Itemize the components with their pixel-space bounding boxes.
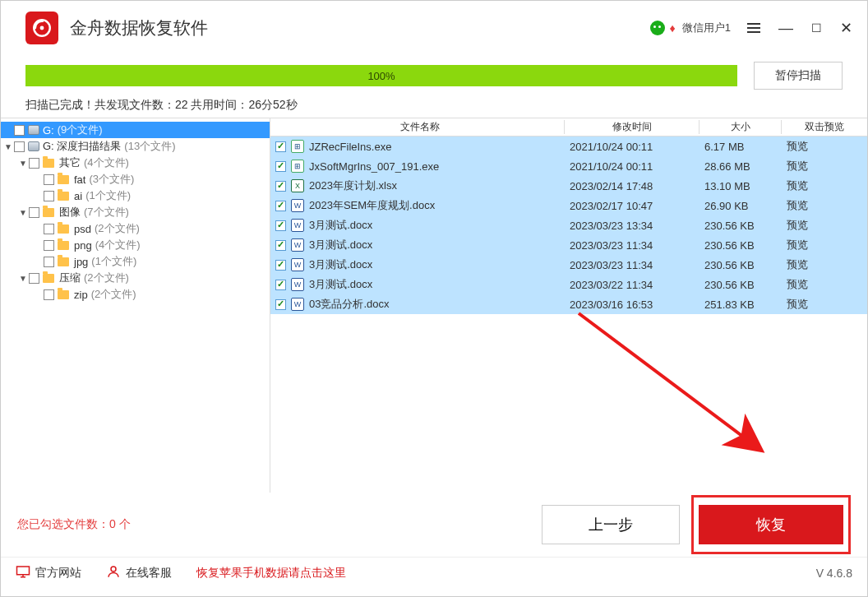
preview-link[interactable]: 预览 xyxy=(782,277,867,292)
table-row[interactable]: W03竞品分析.docx2023/03/16 16:53251.83 KB预览 xyxy=(270,294,867,314)
folder-icon xyxy=(58,175,69,184)
preview-link[interactable]: 预览 xyxy=(782,218,867,233)
column-header-name[interactable]: 文件名称 xyxy=(270,120,565,134)
file-name: 3月测试.docx xyxy=(309,238,372,252)
tree-checkbox[interactable] xyxy=(29,273,39,284)
row-checkbox[interactable] xyxy=(275,181,286,192)
expander-icon[interactable]: ▼ xyxy=(19,208,29,217)
target-icon xyxy=(31,17,53,39)
tree-item[interactable]: ▼压缩(2个文件) xyxy=(1,270,270,286)
maximize-button[interactable]: ☐ xyxy=(811,22,822,34)
app-logo xyxy=(25,12,58,44)
svg-line-3 xyxy=(579,313,760,449)
row-checkbox[interactable] xyxy=(275,240,286,251)
row-checkbox[interactable] xyxy=(275,141,286,152)
file-size: 6.17 MB xyxy=(699,141,782,153)
tree-item[interactable]: G:(9个文件) xyxy=(1,122,270,138)
tree-checkbox[interactable] xyxy=(44,174,54,185)
official-site-link[interactable]: 官方网站 xyxy=(16,564,81,581)
column-header-size[interactable]: 大小 xyxy=(699,120,782,134)
row-checkbox[interactable] xyxy=(275,201,286,211)
expander-icon[interactable]: ▼ xyxy=(19,274,29,283)
column-header-preview[interactable]: 双击预览 xyxy=(782,120,867,134)
pause-scan-button[interactable]: 暂停扫描 xyxy=(754,62,843,90)
tree-checkbox[interactable] xyxy=(14,141,25,152)
close-button[interactable]: ✕ xyxy=(840,21,852,35)
svg-point-7 xyxy=(111,567,116,572)
tree-count: (3个文件) xyxy=(89,172,134,187)
tree-checkbox[interactable] xyxy=(29,207,39,218)
svg-rect-4 xyxy=(17,567,30,575)
tree-checkbox[interactable] xyxy=(14,125,25,136)
preview-link[interactable]: 预览 xyxy=(782,198,867,213)
table-row[interactable]: W3月测试.docx2023/03/23 13:34230.56 KB预览 xyxy=(270,215,867,235)
tree-item[interactable]: ai(1个文件) xyxy=(1,187,270,204)
promo-link[interactable]: 恢复苹果手机数据请点击这里 xyxy=(196,566,816,581)
scan-status: 扫描已完成！共发现文件数：22 共用时间：26分52秒 xyxy=(25,98,843,113)
table-row[interactable]: ⊞JZRecFileIns.exe2021/10/24 00:116.17 MB… xyxy=(270,137,867,156)
row-checkbox[interactable] xyxy=(275,161,286,172)
column-header-date[interactable]: 修改时间 xyxy=(565,120,699,134)
support-link[interactable]: 在线客服 xyxy=(106,564,172,581)
user-name: 微信用户1 xyxy=(682,21,731,35)
progress-bar: 100% xyxy=(25,65,737,86)
tree-item[interactable]: psd(2个文件) xyxy=(1,220,270,237)
preview-link[interactable]: 预览 xyxy=(782,139,867,154)
file-name: 03竞品分析.docx xyxy=(309,297,390,312)
preview-link[interactable]: 预览 xyxy=(782,257,867,272)
tree-item[interactable]: ▼图像(7个文件) xyxy=(1,204,270,220)
minimize-button[interactable]: — xyxy=(778,21,793,35)
tree-checkbox[interactable] xyxy=(44,289,54,300)
tree-item[interactable]: ▼其它(4个文件) xyxy=(1,155,270,171)
row-checkbox[interactable] xyxy=(275,220,286,231)
vip-diamond-icon: ♦ xyxy=(670,21,676,35)
tree-label: jpg xyxy=(74,256,88,268)
table-row[interactable]: W2023年SEM年度规划.docx2023/02/17 10:4726.90 … xyxy=(270,196,867,215)
row-checkbox[interactable] xyxy=(275,260,286,271)
wechat-icon xyxy=(650,21,665,35)
row-checkbox[interactable] xyxy=(275,299,286,310)
preview-link[interactable]: 预览 xyxy=(782,297,867,312)
user-area[interactable]: ♦ 微信用户1 xyxy=(650,21,731,35)
table-row[interactable]: W3月测试.docx2023/03/22 11:34230.56 KB预览 xyxy=(270,275,867,294)
file-date: 2023/03/23 13:34 xyxy=(565,220,699,232)
tree-label: G: 深度扫描结果 xyxy=(43,139,121,154)
tree-item[interactable]: jpg(1个文件) xyxy=(1,253,270,270)
preview-link[interactable]: 预览 xyxy=(782,178,867,193)
main-area: G:(9个文件)▼G: 深度扫描结果(13个文件)▼其它(4个文件)fat(3个… xyxy=(1,118,867,493)
folder-icon xyxy=(58,257,69,266)
expander-icon[interactable]: ▼ xyxy=(4,142,14,151)
tree-checkbox[interactable] xyxy=(44,257,54,267)
tree-item[interactable]: zip(2个文件) xyxy=(1,286,270,303)
file-date: 2023/03/23 11:34 xyxy=(565,239,699,252)
annotation-arrow-icon xyxy=(575,309,780,465)
table-row[interactable]: W3月测试.docx2023/03/23 11:34230.56 KB预览 xyxy=(270,255,867,275)
folder-tree[interactable]: G:(9个文件)▼G: 深度扫描结果(13个文件)▼其它(4个文件)fat(3个… xyxy=(1,118,270,493)
file-date: 2023/03/22 11:34 xyxy=(565,279,699,291)
version-label: V 4.6.8 xyxy=(816,567,852,580)
recover-button[interactable]: 恢复 xyxy=(699,505,843,544)
preview-link[interactable]: 预览 xyxy=(782,159,867,174)
tree-label: zip xyxy=(74,289,88,301)
tree-checkbox[interactable] xyxy=(29,158,39,169)
tree-item[interactable]: png(4个文件) xyxy=(1,237,270,253)
menu-button[interactable] xyxy=(747,23,760,33)
tree-label: ai xyxy=(74,190,82,202)
tree-checkbox[interactable] xyxy=(44,240,54,251)
tree-checkbox[interactable] xyxy=(44,191,54,201)
support-label: 在线客服 xyxy=(126,566,172,581)
table-row[interactable]: ⊞JxSoftMgrIns_007_191.exe2021/10/24 00:1… xyxy=(270,156,867,176)
row-checkbox[interactable] xyxy=(275,280,286,290)
expander-icon[interactable]: ▼ xyxy=(19,159,29,168)
previous-step-button[interactable]: 上一步 xyxy=(542,505,680,544)
file-size: 251.83 KB xyxy=(699,298,782,311)
table-row[interactable]: X2023年度计划.xlsx2023/02/14 17:4813.10 MB预览 xyxy=(270,176,867,196)
tree-count: (9个文件) xyxy=(58,123,103,137)
tree-item[interactable]: fat(3个文件) xyxy=(1,171,270,187)
preview-link[interactable]: 预览 xyxy=(782,238,867,252)
file-name: JxSoftMgrIns_007_191.exe xyxy=(309,160,439,173)
table-row[interactable]: W3月测试.docx2023/03/23 11:34230.56 KB预览 xyxy=(270,235,867,255)
tree-checkbox[interactable] xyxy=(44,224,54,234)
folder-icon xyxy=(58,192,69,201)
tree-item[interactable]: ▼G: 深度扫描结果(13个文件) xyxy=(1,138,270,155)
